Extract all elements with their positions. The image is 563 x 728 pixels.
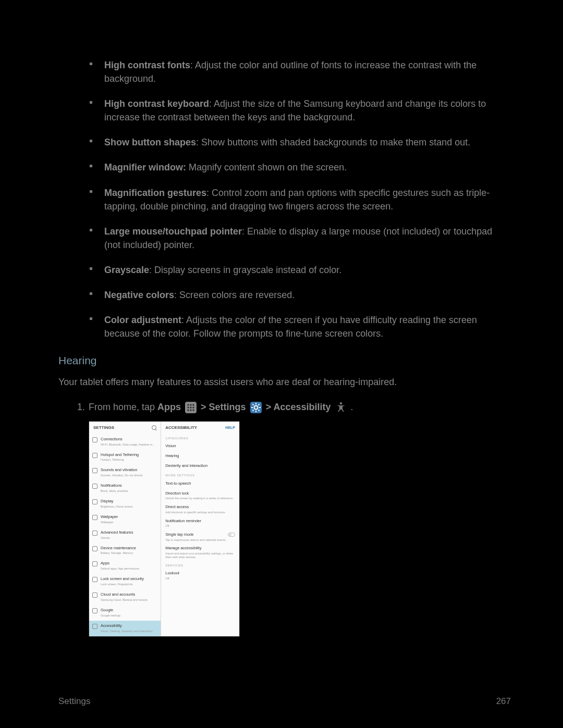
ss-accessibility-item: Notification reminderOff — [161, 516, 239, 530]
step-1: From home, tap Apps > Settings > Accessi… — [77, 400, 511, 414]
ss-settings-item: GoogleGoogle settings — [89, 605, 161, 621]
accessibility-icon — [335, 401, 347, 414]
footer-section: Settings — [58, 695, 90, 708]
svg-line-16 — [252, 404, 253, 405]
ss-services-label: SERVICES — [161, 561, 239, 569]
hearing-description: Your tablet offers many features to assi… — [58, 375, 511, 389]
ss-settings-item: WallpaperWallpaper — [89, 512, 161, 527]
ss-accessibility-item: Single tap modeTap to stop/snooze alarms… — [161, 530, 239, 544]
svg-point-1 — [187, 404, 189, 405]
ss-accessibility-item: Manage accessibilityImport and export yo… — [161, 544, 239, 561]
ss-settings-item: NotificationsBlock, allow, prioritize — [89, 480, 161, 496]
svg-point-2 — [190, 404, 191, 405]
ss-accessibility-item: Direct accessAdd shortcuts to specific s… — [161, 502, 239, 516]
ss-settings-item: Cloud and accountsSamsung Cloud, Backup … — [89, 589, 161, 605]
svg-line-18 — [252, 410, 253, 411]
option-large-pointer: Large mouse/touchpad pointer: Enable to … — [90, 225, 511, 252]
ss-accessibility-item: Text-to-speech — [161, 479, 239, 489]
option-show-button-shapes: Show button shapes: Show buttons with sh… — [90, 135, 511, 149]
ss-settings-item: Device maintenanceBattery, Storage, Memo… — [89, 543, 161, 559]
footer-page-number: 267 — [496, 695, 511, 708]
ss-accessibility-item: LookoutOff — [161, 569, 239, 582]
settings-icon — [250, 401, 262, 414]
ss-settings-item: Sounds and vibrationSounds, Vibration, D… — [89, 465, 161, 480]
toggle-icon — [228, 533, 235, 537]
svg-line-17 — [258, 410, 259, 411]
svg-point-3 — [192, 404, 194, 405]
settings-screenshot: SETTINGS ConnectionsWi-Fi, Bluetooth, Da… — [89, 421, 240, 637]
option-high-contrast-fonts: High contrast fonts: Adjust the color an… — [90, 58, 511, 85]
svg-point-7 — [187, 409, 189, 411]
option-magnifier-window: Magnifier window: Magnify content shown … — [90, 161, 511, 174]
heading-hearing: Hearing — [58, 353, 511, 368]
ss-title-settings: SETTINGS — [93, 425, 114, 431]
apps-icon — [185, 401, 197, 414]
svg-point-5 — [190, 406, 191, 408]
ss-settings-item: AccessibilityVision, Hearing, Dexterity … — [89, 621, 161, 636]
ss-settings-item: ConnectionsWi-Fi, Bluetooth, Data usage,… — [89, 434, 161, 450]
ss-accessibility-item: Direction lockUnlock the screen by swipi… — [161, 489, 239, 502]
ss-accessibility-item: Dexterity and interaction — [161, 461, 239, 471]
option-grayscale: Grayscale: Display screens in grayscale … — [90, 263, 511, 277]
ss-more-settings-label: MORE SETTINGS — [161, 471, 239, 479]
svg-point-4 — [187, 406, 189, 408]
ss-settings-item: Advanced featuresGames — [89, 527, 161, 543]
ss-settings-item: Hotspot and TetheringHotspot, Tethering — [89, 450, 161, 465]
ss-settings-item: Lock screen and securityLock screen, Fin… — [89, 574, 161, 589]
page-footer: Settings 267 — [58, 695, 511, 708]
option-color-adjustment: Color adjustment: Adjusts the color of t… — [90, 313, 511, 340]
option-magnification-gestures: Magnification gestures: Control zoom and… — [90, 186, 511, 213]
ss-settings-item: DisplayBrightness, Home screen — [89, 496, 161, 512]
svg-point-8 — [190, 409, 191, 411]
ss-title-accessibility: ACCESSIBILITY — [165, 425, 197, 431]
option-high-contrast-keyboard: High contrast keyboard: Adjust the size … — [90, 97, 511, 124]
ss-accessibility-item: Hearing — [161, 451, 239, 461]
option-negative-colors: Negative colors: Screen colors are rever… — [90, 288, 511, 302]
svg-point-9 — [192, 409, 194, 411]
vision-options-list: High contrast fonts: Adjust the color an… — [58, 58, 511, 340]
svg-line-19 — [258, 404, 259, 405]
ss-settings-item: AppsDefault apps, App permissions — [89, 558, 161, 574]
step-list: From home, tap Apps > Settings > Accessi… — [58, 400, 511, 414]
help-link: HELP — [225, 425, 235, 430]
ss-accessibility-item: Vision — [161, 441, 239, 451]
svg-point-20 — [339, 402, 341, 404]
svg-point-6 — [192, 406, 194, 408]
ss-categories-label: CATEGORIES — [161, 434, 239, 442]
search-icon — [152, 425, 156, 430]
